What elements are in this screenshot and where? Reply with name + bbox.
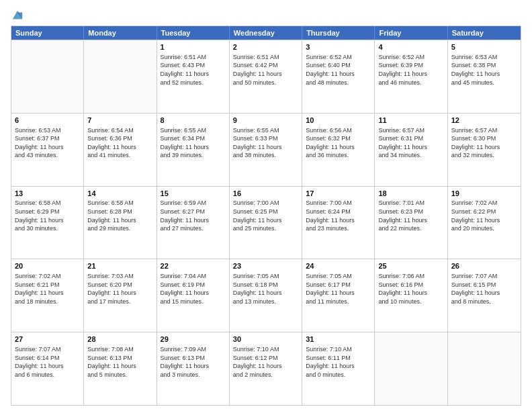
day-number: 8 — [161, 116, 226, 126]
day-number: 30 — [233, 334, 298, 345]
cell-info: Sunrise: 7:02 AMSunset: 6:21 PMDaylight:… — [15, 272, 80, 306]
cell-info: Sunrise: 7:08 AMSunset: 6:13 PMDaylight:… — [87, 345, 152, 379]
cell-info: Sunrise: 7:04 AMSunset: 6:19 PMDaylight:… — [161, 272, 226, 306]
cal-cell: 28Sunrise: 7:08 AMSunset: 6:13 PMDayligh… — [84, 332, 157, 405]
day-number: 17 — [306, 189, 371, 199]
cell-info: Sunrise: 6:53 AMSunset: 6:37 PMDaylight:… — [15, 126, 80, 160]
cal-cell: 26Sunrise: 7:07 AMSunset: 6:15 PMDayligh… — [448, 259, 521, 332]
cal-cell: 29Sunrise: 7:09 AMSunset: 6:13 PMDayligh… — [157, 332, 230, 405]
cell-info: Sunrise: 6:51 AMSunset: 6:43 PMDaylight:… — [161, 53, 226, 87]
header-cell-tuesday: Tuesday — [157, 26, 230, 40]
cell-info: Sunrise: 7:10 AMSunset: 6:11 PMDaylight:… — [306, 345, 371, 379]
cal-cell: 1Sunrise: 6:51 AMSunset: 6:43 PMDaylight… — [157, 40, 230, 113]
cal-cell: 12Sunrise: 6:57 AMSunset: 6:30 PMDayligh… — [448, 113, 521, 186]
header-cell-friday: Friday — [375, 26, 447, 40]
calendar-body: 1Sunrise: 6:51 AMSunset: 6:43 PMDaylight… — [11, 40, 521, 405]
cell-info: Sunrise: 6:51 AMSunset: 6:42 PMDaylight:… — [233, 53, 298, 87]
day-number: 1 — [161, 42, 226, 52]
logo-icon — [11, 9, 24, 21]
cal-cell: 10Sunrise: 6:56 AMSunset: 6:32 PMDayligh… — [302, 113, 375, 186]
cal-cell: 27Sunrise: 7:07 AMSunset: 6:14 PMDayligh… — [11, 332, 84, 405]
header-cell-saturday: Saturday — [448, 26, 521, 40]
cal-cell — [448, 332, 521, 405]
cal-cell: 8Sunrise: 6:55 AMSunset: 6:34 PMDaylight… — [157, 113, 230, 186]
cell-info: Sunrise: 7:07 AMSunset: 6:14 PMDaylight:… — [15, 345, 80, 379]
cell-info: Sunrise: 7:00 AMSunset: 6:24 PMDaylight:… — [306, 199, 371, 232]
day-number: 22 — [161, 261, 226, 271]
cell-info: Sunrise: 7:09 AMSunset: 6:13 PMDaylight:… — [161, 345, 226, 379]
day-number: 29 — [161, 334, 226, 345]
week-row: 1Sunrise: 6:51 AMSunset: 6:43 PMDaylight… — [11, 40, 521, 113]
day-number: 12 — [451, 116, 517, 126]
cal-cell: 13Sunrise: 6:58 AMSunset: 6:29 PMDayligh… — [11, 187, 84, 259]
cal-cell — [84, 40, 157, 113]
cell-info: Sunrise: 7:06 AMSunset: 6:16 PMDaylight:… — [378, 272, 443, 306]
cal-cell — [11, 40, 84, 113]
cal-cell — [375, 332, 447, 405]
cal-cell: 24Sunrise: 7:05 AMSunset: 6:17 PMDayligh… — [302, 259, 375, 332]
day-number: 9 — [233, 116, 298, 126]
cell-info: Sunrise: 6:59 AMSunset: 6:27 PMDaylight:… — [161, 199, 226, 232]
cal-cell: 15Sunrise: 6:59 AMSunset: 6:27 PMDayligh… — [157, 187, 230, 259]
cal-cell: 22Sunrise: 7:04 AMSunset: 6:19 PMDayligh… — [157, 259, 230, 332]
day-number: 25 — [378, 261, 443, 271]
day-number: 27 — [15, 334, 80, 345]
week-row: 27Sunrise: 7:07 AMSunset: 6:14 PMDayligh… — [11, 332, 521, 405]
cell-info: Sunrise: 6:52 AMSunset: 6:39 PMDaylight:… — [378, 53, 443, 87]
calendar: SundayMondayTuesdayWednesdayThursdayFrid… — [11, 26, 521, 406]
day-number: 15 — [161, 189, 226, 199]
cal-cell: 25Sunrise: 7:06 AMSunset: 6:16 PMDayligh… — [375, 259, 447, 332]
day-number: 6 — [15, 116, 80, 126]
day-number: 18 — [378, 189, 443, 199]
cal-cell: 20Sunrise: 7:02 AMSunset: 6:21 PMDayligh… — [11, 259, 84, 332]
day-number: 5 — [451, 42, 517, 52]
cal-cell: 9Sunrise: 6:55 AMSunset: 6:33 PMDaylight… — [230, 113, 302, 186]
cal-cell: 7Sunrise: 6:54 AMSunset: 6:36 PMDaylight… — [84, 113, 157, 186]
cell-info: Sunrise: 7:10 AMSunset: 6:12 PMDaylight:… — [233, 345, 298, 379]
cal-cell: 2Sunrise: 6:51 AMSunset: 6:42 PMDaylight… — [230, 40, 302, 113]
header — [11, 8, 521, 21]
cal-cell: 5Sunrise: 6:53 AMSunset: 6:38 PMDaylight… — [448, 40, 521, 113]
week-row: 13Sunrise: 6:58 AMSunset: 6:29 PMDayligh… — [11, 186, 521, 259]
header-cell-monday: Monday — [84, 26, 157, 40]
day-number: 11 — [378, 116, 443, 126]
cell-info: Sunrise: 7:02 AMSunset: 6:22 PMDaylight:… — [451, 199, 517, 232]
week-row: 20Sunrise: 7:02 AMSunset: 6:21 PMDayligh… — [11, 259, 521, 332]
day-number: 28 — [87, 334, 152, 345]
cal-cell: 23Sunrise: 7:05 AMSunset: 6:18 PMDayligh… — [230, 259, 302, 332]
cell-info: Sunrise: 6:52 AMSunset: 6:40 PMDaylight:… — [306, 53, 371, 87]
cal-cell: 21Sunrise: 7:03 AMSunset: 6:20 PMDayligh… — [84, 259, 157, 332]
day-number: 26 — [451, 261, 517, 271]
calendar-header: SundayMondayTuesdayWednesdayThursdayFrid… — [11, 26, 521, 40]
cal-cell: 18Sunrise: 7:01 AMSunset: 6:23 PMDayligh… — [375, 187, 447, 259]
day-number: 14 — [87, 189, 152, 199]
cell-info: Sunrise: 7:03 AMSunset: 6:20 PMDaylight:… — [87, 272, 152, 306]
cal-cell: 30Sunrise: 7:10 AMSunset: 6:12 PMDayligh… — [230, 332, 302, 405]
header-cell-thursday: Thursday — [302, 26, 375, 40]
day-number: 7 — [87, 116, 152, 126]
cell-info: Sunrise: 6:55 AMSunset: 6:34 PMDaylight:… — [161, 126, 226, 160]
cal-cell: 16Sunrise: 7:00 AMSunset: 6:25 PMDayligh… — [230, 187, 302, 259]
cell-info: Sunrise: 6:57 AMSunset: 6:30 PMDaylight:… — [451, 126, 517, 160]
day-number: 16 — [233, 189, 298, 199]
cell-info: Sunrise: 7:05 AMSunset: 6:17 PMDaylight:… — [306, 272, 371, 306]
cell-info: Sunrise: 6:54 AMSunset: 6:36 PMDaylight:… — [87, 126, 152, 160]
cal-cell: 11Sunrise: 6:57 AMSunset: 6:31 PMDayligh… — [375, 113, 447, 186]
header-cell-sunday: Sunday — [11, 26, 84, 40]
cal-cell: 6Sunrise: 6:53 AMSunset: 6:37 PMDaylight… — [11, 113, 84, 186]
header-cell-wednesday: Wednesday — [230, 26, 302, 40]
day-number: 2 — [233, 42, 298, 52]
day-number: 24 — [306, 261, 371, 271]
cal-cell: 3Sunrise: 6:52 AMSunset: 6:40 PMDaylight… — [302, 40, 375, 113]
cell-info: Sunrise: 7:00 AMSunset: 6:25 PMDaylight:… — [233, 199, 298, 232]
cell-info: Sunrise: 7:07 AMSunset: 6:15 PMDaylight:… — [451, 272, 517, 306]
cell-info: Sunrise: 6:55 AMSunset: 6:33 PMDaylight:… — [233, 126, 298, 160]
cell-info: Sunrise: 7:01 AMSunset: 6:23 PMDaylight:… — [378, 199, 443, 232]
day-number: 3 — [306, 42, 371, 52]
cal-cell: 4Sunrise: 6:52 AMSunset: 6:39 PMDaylight… — [375, 40, 447, 113]
cell-info: Sunrise: 6:56 AMSunset: 6:32 PMDaylight:… — [306, 126, 371, 160]
day-number: 20 — [15, 261, 80, 271]
day-number: 31 — [306, 334, 371, 345]
cal-cell: 17Sunrise: 7:00 AMSunset: 6:24 PMDayligh… — [302, 187, 375, 259]
day-number: 23 — [233, 261, 298, 271]
